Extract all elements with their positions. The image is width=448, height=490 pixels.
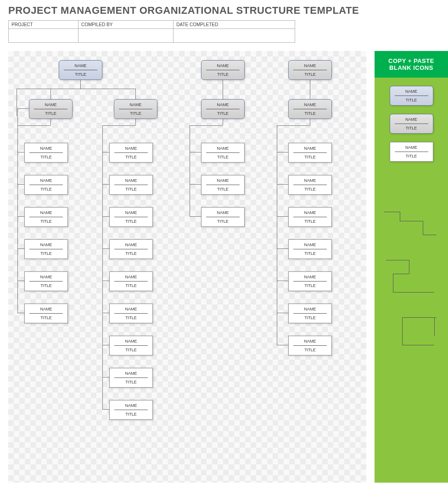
node-title: TITLE [291, 314, 330, 320]
org-branch3-top[interactable]: NAMETITLE [201, 60, 245, 80]
org-branch4-mid[interactable]: NAMETITLE [288, 99, 332, 119]
node-name: NAME [206, 210, 240, 217]
connector-sample[interactable] [423, 221, 423, 235]
sidebar-sample-node[interactable]: NAMETITLE [390, 86, 433, 106]
org-col2-leaf[interactable]: NAMETITLE [109, 304, 153, 323]
org-col2-leaf[interactable]: NAMETITLE [109, 207, 153, 227]
sidebar-sample-node[interactable]: NAMETITLE [390, 142, 433, 162]
node-name: NAME [293, 102, 327, 109]
meta-label-compiled-by: COMPILED BY [78, 21, 174, 29]
org-chart-canvas[interactable]: NAMETITLENAMETITLENAMETITLENAMETITLENAME… [8, 51, 366, 483]
node-title: TITLE [203, 217, 242, 224]
node-name: NAME [114, 307, 148, 314]
node-title: TITLE [112, 249, 151, 256]
org-branch4-leaf[interactable]: NAMETITLE [288, 239, 332, 259]
connector-line [17, 313, 24, 313]
connector-sample[interactable] [402, 317, 403, 345]
meta-value-compiled-by[interactable] [78, 29, 174, 43]
org-col1-leaf[interactable]: NAMETITLE [24, 304, 68, 323]
org-col2-leaf[interactable]: NAMETITLE [109, 239, 153, 259]
node-name: NAME [293, 178, 327, 185]
connector-line [135, 89, 136, 99]
node-title: TITLE [27, 314, 66, 320]
connector-sample[interactable] [434, 317, 435, 336]
sidebar-header-line1: COPY + PASTE [376, 57, 446, 64]
org-branch4-leaf[interactable]: NAMETITLE [288, 336, 332, 355]
node-title: TITLE [112, 410, 151, 417]
org-level2-a[interactable]: NAMETITLE [29, 99, 73, 119]
node-title: TITLE [27, 153, 66, 159]
node-title: TITLE [291, 346, 330, 352]
page-title: PROJECT MANAGEMENT ORGANIZATIONAL STRUCT… [0, 0, 448, 20]
node-name: NAME [34, 102, 67, 109]
org-branch3-mid[interactable]: NAMETITLE [201, 99, 245, 119]
connector-line [17, 216, 24, 217]
connector-sample[interactable] [409, 260, 409, 274]
connector-line [80, 79, 81, 89]
node-name: NAME [293, 339, 327, 346]
connector-line [102, 281, 109, 281]
org-col2-leaf[interactable]: NAMETITLE [109, 336, 153, 355]
connector-sample[interactable] [393, 274, 409, 274]
meta-value-project[interactable] [9, 29, 78, 43]
node-name: NAME [293, 63, 327, 70]
org-col2-leaf[interactable]: NAMETITLE [109, 271, 153, 291]
connector-line [50, 89, 51, 99]
connector-sample[interactable] [402, 345, 434, 345]
connector-sample[interactable] [393, 292, 434, 293]
node-title: TITLE [112, 346, 151, 352]
org-level2-b[interactable]: NAMETITLE [114, 99, 157, 119]
connector-line [190, 125, 223, 126]
meta-value-date-completed[interactable] [174, 29, 295, 43]
org-branch4-leaf[interactable]: NAMETITLE [288, 271, 332, 291]
org-branch3-leaf[interactable]: NAMETITLE [201, 175, 245, 195]
connector-line [277, 184, 288, 185]
connector-line [102, 152, 109, 152]
connector-sample[interactable] [423, 235, 437, 235]
connector-line [190, 184, 201, 185]
node-name: NAME [64, 63, 97, 70]
org-col1-leaf[interactable]: NAMETITLE [24, 239, 68, 259]
connector-line [277, 216, 288, 217]
org-col2-leaf[interactable]: NAMETITLE [109, 400, 153, 420]
org-branch4-leaf[interactable]: NAMETITLE [288, 304, 332, 323]
node-title: TITLE [112, 153, 151, 159]
org-col2-leaf[interactable]: NAMETITLE [109, 175, 153, 195]
org-col1-leaf[interactable]: NAMETITLE [24, 175, 68, 195]
org-branch4-top[interactable]: NAMETITLE [288, 60, 332, 80]
org-branch3-leaf[interactable]: NAMETITLE [201, 207, 245, 227]
org-branch4-leaf[interactable]: NAMETITLE [288, 207, 332, 227]
node-name: NAME [119, 102, 152, 109]
org-col1-leaf[interactable]: NAMETITLE [24, 143, 68, 163]
connector-sample[interactable] [393, 274, 393, 292]
node-name: NAME [29, 275, 63, 282]
connector-line [277, 248, 288, 249]
sidebar-header-line2: BLANK ICONS [376, 64, 446, 71]
node-title: TITLE [203, 70, 242, 77]
connector-sample[interactable] [400, 212, 400, 221]
sidebar-header: COPY + PASTE BLANK ICONS [375, 51, 448, 78]
connector-line [17, 108, 29, 109]
org-col2-leaf[interactable]: NAMETITLE [109, 143, 153, 163]
connector-line [135, 118, 136, 125]
node-title: TITLE [291, 249, 330, 256]
connector-line [277, 125, 310, 126]
connector-line [17, 89, 136, 89]
org-branch3-leaf[interactable]: NAMETITLE [201, 143, 245, 163]
connector-line [310, 79, 310, 99]
org-branch4-leaf[interactable]: NAMETITLE [288, 143, 332, 163]
connector-sample[interactable] [384, 212, 400, 212]
sidebar-sample-node[interactable]: NAMETITLE [390, 114, 433, 134]
org-root[interactable]: NAMETITLE [59, 60, 102, 80]
org-col1-leaf[interactable]: NAMETITLE [24, 207, 68, 227]
connector-sample[interactable] [402, 317, 437, 318]
org-branch4-leaf[interactable]: NAMETITLE [288, 175, 332, 195]
node-title: TITLE [291, 185, 330, 191]
connector-sample[interactable] [386, 260, 409, 260]
connector-line [102, 377, 109, 377]
connector-line [102, 125, 103, 409]
connector-line [277, 281, 288, 281]
org-col1-leaf[interactable]: NAMETITLE [24, 271, 68, 291]
connector-sample[interactable] [400, 221, 423, 221]
org-col2-leaf[interactable]: NAMETITLE [109, 368, 153, 388]
